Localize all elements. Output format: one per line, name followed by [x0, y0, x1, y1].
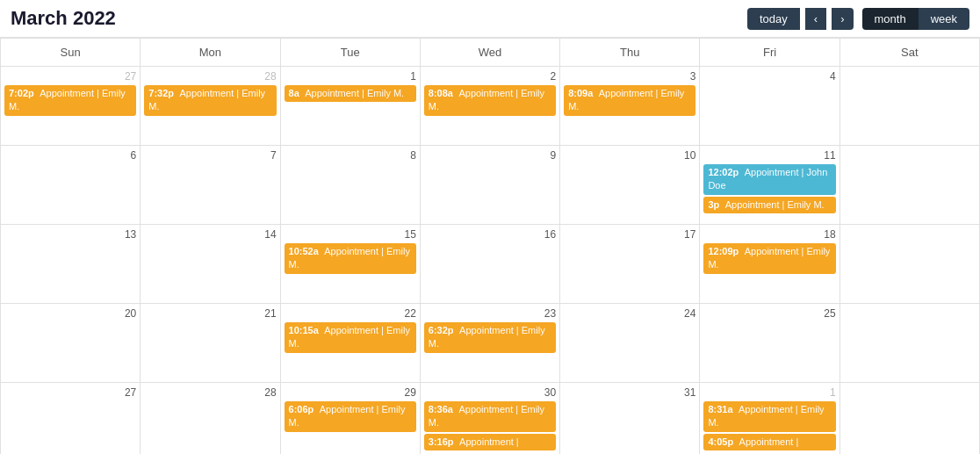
day-cell[interactable]: 2 8:08a Appointment | Emily M. [420, 67, 559, 146]
day-cell[interactable]: 24 [560, 304, 700, 383]
event-time: 4:05p [708, 436, 733, 447]
day-cell[interactable]: 10 [560, 146, 700, 225]
day-cell[interactable]: 25 [700, 304, 839, 383]
week-row-5: 27 28 29 6:06p Appointment | Emily M. 30… [1, 383, 980, 455]
event-time: 8:09a [568, 88, 593, 98]
calendar-event[interactable]: 7:02p Appointment | Emily M. [4, 85, 136, 116]
day-cell[interactable]: 21 [141, 304, 280, 383]
event-time: 8:36a [429, 404, 453, 414]
header-controls: today ‹ › month week [747, 8, 969, 30]
day-cell[interactable]: 27 [1, 383, 141, 455]
calendar-event[interactable]: 8a Appointment | Emily M. [285, 85, 416, 102]
calendar-event[interactable]: 7:32p Appointment | Emily M. [144, 85, 276, 116]
calendar-event[interactable]: 6:06p Appointment | Emily M. [285, 401, 416, 432]
calendar-event[interactable]: 3:16p Appointment | [424, 434, 556, 450]
week-row-1: 27 7:02p Appointment | Emily M. 28 7:32p… [1, 67, 980, 146]
day-number: 25 [703, 307, 835, 320]
day-cell[interactable] [839, 146, 979, 225]
day-number: 17 [564, 228, 695, 241]
day-cell[interactable]: 27 7:02p Appointment | Emily M. [1, 67, 141, 146]
day-cell[interactable] [839, 304, 979, 383]
day-number: 28 [144, 386, 276, 399]
day-cell[interactable] [839, 225, 979, 304]
header-wed: Wed [420, 39, 559, 67]
event-time: 10:52a [289, 246, 319, 256]
day-cell[interactable]: 23 6:32p Appointment | Emily M. [420, 304, 559, 383]
event-time: 7:32p [148, 88, 174, 98]
day-cell[interactable]: 8 [280, 146, 420, 225]
day-cell[interactable]: 17 [560, 225, 700, 304]
event-time: 8a [289, 88, 299, 98]
calendar-event[interactable]: 12:09p Appointment | Emily M. [703, 243, 835, 274]
day-cell[interactable]: 6 [1, 146, 141, 225]
day-cell[interactable]: 20 [1, 304, 141, 383]
header-fri: Fri [700, 39, 839, 67]
day-cell[interactable]: 30 8:36a Appointment | Emily M. 3:16p Ap… [420, 383, 559, 455]
day-number: 20 [4, 307, 136, 320]
day-number: 29 [285, 386, 416, 399]
event-time: 6:06p [289, 404, 314, 414]
day-cell[interactable]: 1 8:31a Appointment | Emily M. 4:05p App… [700, 383, 839, 455]
day-number: 21 [144, 307, 276, 320]
event-time: 6:32p [429, 325, 454, 335]
day-number: 10 [564, 149, 695, 162]
day-cell[interactable]: 11 12:02p Appointment | John Doe 3p Appo… [700, 146, 839, 225]
day-cell[interactable]: 9 [420, 146, 559, 225]
day-cell[interactable]: 4 [700, 67, 839, 146]
day-cell[interactable]: 13 [1, 225, 141, 304]
view-toggle: month week [862, 8, 970, 30]
calendar-event[interactable]: 8:31a Appointment | Emily M. [703, 401, 835, 432]
day-cell[interactable]: 15 10:52a Appointment | Emily M. [280, 225, 420, 304]
day-cell[interactable]: 18 12:09p Appointment | Emily M. [700, 225, 839, 304]
month-view-button[interactable]: month [862, 8, 919, 30]
day-number: 4 [703, 70, 835, 83]
event-time: 7:02p [9, 88, 34, 98]
day-cell[interactable] [839, 383, 979, 455]
today-button[interactable]: today [747, 8, 800, 30]
header-tue: Tue [280, 39, 420, 67]
day-number: 9 [424, 149, 556, 162]
day-cell[interactable] [839, 67, 979, 146]
event-time: 3p [708, 199, 719, 210]
prev-button[interactable]: ‹ [805, 8, 826, 30]
event-time: 8:31a [708, 404, 732, 414]
day-cell[interactable]: 14 [141, 225, 280, 304]
day-cell[interactable]: 3 8:09a Appointment | Emily M. [560, 67, 700, 146]
header-thu: Thu [560, 39, 700, 67]
day-number: 27 [4, 70, 136, 83]
day-cell[interactable]: 22 10:15a Appointment | Emily M. [280, 304, 420, 383]
day-cell[interactable]: 28 7:32p Appointment | Emily M. [141, 67, 280, 146]
event-time: 10:15a [289, 325, 319, 335]
header-sat: Sat [839, 39, 979, 67]
day-cell[interactable]: 7 [141, 146, 280, 225]
day-cell[interactable]: 16 [420, 225, 559, 304]
calendar-header: March 2022 today ‹ › month week [0, 0, 980, 38]
day-cell[interactable]: 1 8a Appointment | Emily M. [280, 67, 420, 146]
day-number: 1 [285, 70, 416, 83]
calendar-event[interactable]: 8:09a Appointment | Emily M. [564, 85, 695, 116]
day-cell[interactable]: 29 6:06p Appointment | Emily M. [280, 383, 420, 455]
day-cell[interactable]: 31 [560, 383, 700, 455]
week-view-button[interactable]: week [919, 8, 969, 30]
day-number: 13 [4, 228, 136, 241]
calendar-event[interactable]: 6:32p Appointment | Emily M. [424, 322, 556, 353]
calendar-event[interactable]: 10:15a Appointment | Emily M. [285, 322, 416, 353]
calendar-event[interactable]: 8:08a Appointment | Emily M. [424, 85, 556, 116]
calendar-event[interactable]: 10:52a Appointment | Emily M. [285, 243, 416, 274]
day-number: 23 [424, 307, 556, 320]
calendar-event[interactable]: 8:36a Appointment | Emily M. [424, 401, 556, 432]
calendar-table: Sun Mon Tue Wed Thu Fri Sat 27 7:02p App… [0, 38, 980, 454]
day-number: 28 [144, 70, 276, 83]
day-number: 14 [144, 228, 276, 241]
day-number: 31 [564, 386, 695, 399]
day-number: 7 [144, 149, 276, 162]
day-number: 3 [564, 70, 695, 83]
day-number: 11 [703, 149, 835, 162]
next-button[interactable]: › [832, 8, 853, 30]
day-number: 15 [285, 228, 416, 241]
calendar-event[interactable]: 4:05p Appointment | [703, 434, 835, 450]
calendar-event[interactable]: 3p Appointment | Emily M. [703, 197, 835, 213]
calendar-event[interactable]: 12:02p Appointment | John Doe [703, 164, 835, 195]
day-number: 6 [4, 149, 136, 162]
day-cell[interactable]: 28 [141, 383, 280, 455]
